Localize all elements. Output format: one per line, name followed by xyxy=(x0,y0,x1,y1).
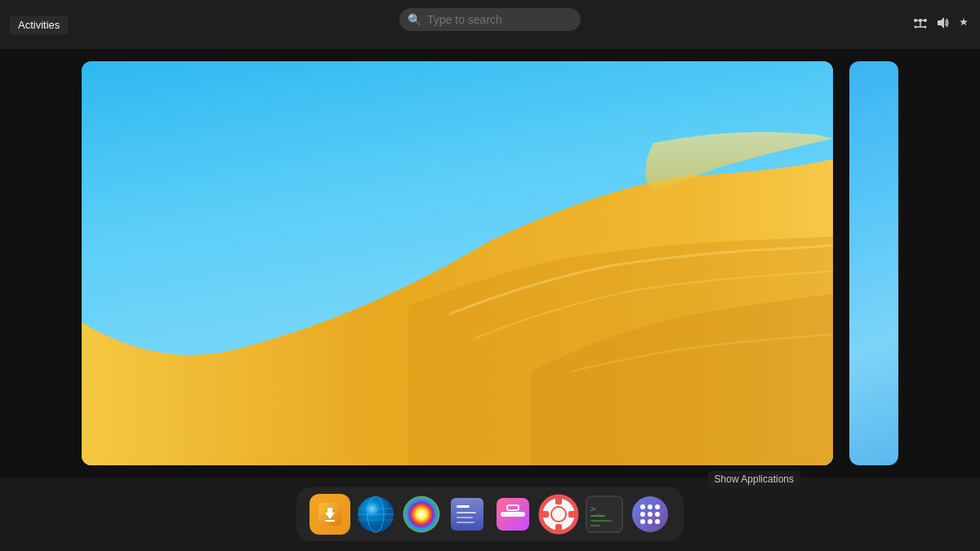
svg-point-47 xyxy=(648,512,653,517)
svg-rect-22 xyxy=(451,498,483,531)
wallpaper xyxy=(82,61,833,465)
svg-rect-14 xyxy=(325,520,335,522)
svg-rect-37 xyxy=(586,496,622,532)
svg-rect-39 xyxy=(590,515,605,517)
workspace-area xyxy=(0,49,980,478)
dock-item-notes[interactable] xyxy=(447,494,488,535)
svg-point-48 xyxy=(655,512,660,517)
svg-rect-28 xyxy=(501,512,525,517)
svg-rect-41 xyxy=(590,525,600,527)
dock-item-discover[interactable] xyxy=(310,494,350,535)
svg-point-51 xyxy=(655,519,660,524)
dock-item-toolbox[interactable] xyxy=(492,494,533,535)
svg-point-45 xyxy=(655,504,660,509)
dock-item-show-apps[interactable] xyxy=(630,494,670,535)
search-input[interactable] xyxy=(399,8,581,31)
activities-button[interactable]: Activities xyxy=(10,16,68,34)
dock: >_ xyxy=(296,487,684,541)
svg-rect-40 xyxy=(590,520,612,522)
search-container: 🔍 xyxy=(399,8,581,31)
svg-point-32 xyxy=(552,508,565,521)
svg-marker-10 xyxy=(938,17,944,29)
workspace-secondary[interactable] xyxy=(849,61,898,465)
show-apps-tooltip: Show Applications xyxy=(708,471,800,487)
svg-rect-26 xyxy=(457,522,474,523)
svg-point-44 xyxy=(648,504,653,509)
svg-rect-33 xyxy=(555,496,562,504)
network-icon[interactable] xyxy=(913,17,928,32)
dock-item-colorpicker[interactable] xyxy=(401,494,442,535)
svg-rect-35 xyxy=(541,511,549,518)
system-menu-icon[interactable] xyxy=(957,16,970,33)
dock-item-terminal[interactable]: >_ xyxy=(584,494,625,535)
svg-point-43 xyxy=(640,504,645,509)
dock-item-browser[interactable] xyxy=(355,494,396,535)
secondary-wallpaper xyxy=(849,61,898,465)
volume-icon[interactable] xyxy=(936,16,949,33)
svg-rect-23 xyxy=(457,505,470,508)
workspace-main[interactable] xyxy=(82,61,833,465)
svg-point-49 xyxy=(640,519,645,524)
svg-point-50 xyxy=(648,519,653,524)
svg-point-46 xyxy=(640,512,645,517)
svg-rect-36 xyxy=(568,511,577,518)
svg-rect-25 xyxy=(457,517,473,518)
dock-item-help[interactable] xyxy=(538,494,579,535)
svg-text:>_: >_ xyxy=(590,504,602,514)
svg-rect-34 xyxy=(555,524,562,532)
top-bar: Activities Dec 30 00:54 🔍 xyxy=(0,0,980,49)
svg-rect-24 xyxy=(457,512,476,513)
system-tray xyxy=(913,16,970,33)
